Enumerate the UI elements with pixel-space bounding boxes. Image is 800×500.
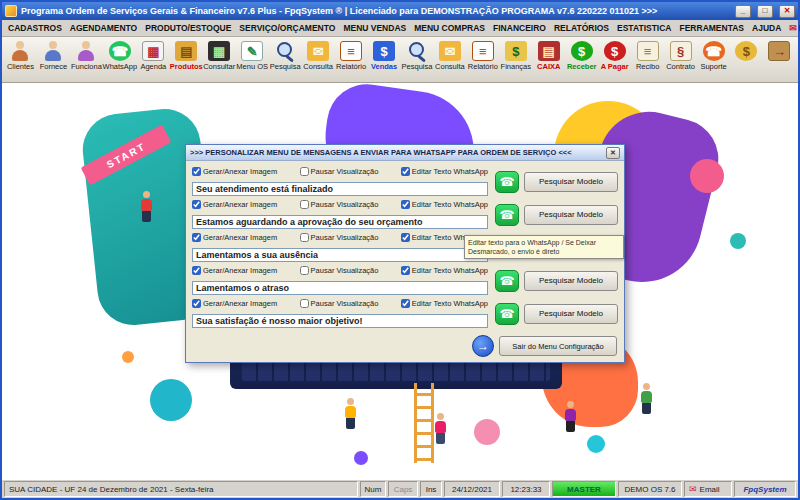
menu-item-menu-compras[interactable]: MENU COMPRAS	[410, 22, 489, 34]
exit-arrow-icon[interactable]: →	[472, 335, 494, 357]
search-model-button[interactable]: Pesquisar Modelo	[524, 304, 618, 324]
dialog-close-icon[interactable]: ✕	[606, 147, 620, 159]
edit-whatsapp-text-checkbox-input[interactable]	[401, 299, 410, 308]
toolbar-button-whatsapp[interactable]: ☎WhatsApp	[103, 39, 137, 81]
toolbar-button-pesquisa[interactable]: Pesquisa	[400, 39, 433, 81]
pause-preview-checkbox[interactable]: Pausar Visualização	[300, 200, 379, 209]
menu-item-financeiro[interactable]: FINANCEIRO	[489, 22, 550, 34]
menu-item-cadastros[interactable]: CADASTROS	[4, 22, 66, 34]
menu-item-ferramentas[interactable]: FERRAMENTAS	[676, 22, 749, 34]
menu-item-relatorios[interactable]: RELATÓRIOS	[550, 22, 613, 34]
message-input[interactable]	[192, 248, 488, 262]
toolbar-button-label: Recibo	[636, 62, 659, 71]
menu-item-produto-estoque[interactable]: PRODUTO/ESTOQUE	[141, 22, 235, 34]
whatsapp-icon[interactable]: ☎	[495, 270, 519, 292]
toolbar-button-consultar[interactable]: ▦Consultar	[203, 39, 236, 81]
message-input[interactable]	[192, 281, 488, 295]
edit-whatsapp-text-checkbox[interactable]: Editar Texto WhatsApp	[401, 167, 488, 176]
pause-preview-checkbox-input[interactable]	[300, 200, 309, 209]
menu-item-email[interactable]: ✉ E-MAIL	[785, 23, 800, 33]
pause-preview-checkbox[interactable]: Pausar Visualização	[300, 233, 379, 242]
pause-preview-checkbox[interactable]: Pausar Visualização	[300, 266, 379, 275]
pause-preview-checkbox-input[interactable]	[300, 233, 309, 242]
generate-image-checkbox-input[interactable]	[192, 167, 201, 176]
menu-item-servico-orcamento[interactable]: SERVIÇO/ORÇAMENTO	[235, 22, 339, 34]
toolbar-button-coins-icon[interactable]: $	[730, 39, 763, 81]
generate-image-checkbox[interactable]: Gerar/Anexar Imagem	[192, 266, 277, 275]
search-model-button[interactable]: Pesquisar Modelo	[524, 205, 618, 225]
toolbar-button-exit-icon[interactable]: →	[763, 39, 796, 81]
toolbar-button-fornece[interactable]: Fornece	[37, 39, 70, 81]
search-model-button[interactable]: Pesquisar Modelo	[524, 172, 618, 192]
toolbar-button-pesquisa[interactable]: Pesquisa	[269, 39, 302, 81]
generate-image-checkbox-input[interactable]	[192, 233, 201, 242]
menu-item-estatistica[interactable]: ESTATISTICA	[613, 22, 675, 34]
toolbar-button-financas[interactable]: $Finanças	[499, 39, 532, 81]
whatsapp-icon[interactable]: ☎	[495, 303, 519, 325]
menu-item-agendamento[interactable]: AGENDAMENTO	[66, 22, 141, 34]
message-input[interactable]	[192, 314, 488, 328]
close-button[interactable]: ✕	[779, 5, 795, 18]
app-icon	[5, 5, 17, 17]
toolbar-button-vendas[interactable]: $Vendas	[368, 39, 401, 81]
toolbar-button-receber[interactable]: $Receber	[565, 39, 598, 81]
menubar: CADASTROSAGENDAMENTOPRODUTO/ESTOQUESERVI…	[2, 20, 798, 37]
edit-whatsapp-text-checkbox-input[interactable]	[401, 200, 410, 209]
toolbar-button-clientes[interactable]: Clientes	[4, 39, 37, 81]
edit-whatsapp-text-checkbox-input[interactable]	[401, 233, 410, 242]
illustration-person	[638, 383, 654, 414]
exit-config-menu-button[interactable]: Sair do Menu Configuração	[499, 336, 617, 356]
cash-icon: ▤	[538, 41, 560, 61]
minimize-button[interactable]: _	[735, 5, 751, 18]
toolbar-button-suporte[interactable]: ☎Suporte	[697, 39, 730, 81]
edit-whatsapp-text-checkbox[interactable]: Editar Texto WhatsApp	[401, 299, 488, 308]
maximize-button[interactable]: □	[757, 5, 773, 18]
toolbar-button-caixa[interactable]: ▤CAIXA	[532, 39, 565, 81]
toolbar-button-a-pagar[interactable]: $A Pagar	[598, 39, 631, 81]
toolbar-button-relatorio[interactable]: ≡Relatório	[466, 39, 499, 81]
message-input[interactable]	[192, 182, 488, 196]
generate-image-checkbox-label: Gerar/Anexar Imagem	[203, 167, 277, 176]
pause-preview-checkbox-input[interactable]	[300, 167, 309, 176]
edit-whatsapp-text-checkbox[interactable]: Editar Texto WhatsApp	[401, 266, 488, 275]
menu-item-ajuda[interactable]: AJUDA	[748, 22, 785, 34]
illustration-teal-dot	[730, 233, 746, 249]
generate-image-checkbox[interactable]: Gerar/Anexar Imagem	[192, 299, 277, 308]
toolbar-button-relatorio[interactable]: ≡Relatório	[335, 39, 368, 81]
status-date: 24/12/2021	[444, 481, 500, 497]
generate-image-checkbox-input[interactable]	[192, 266, 201, 275]
toolbar-button-consulta[interactable]: ✉Consulta	[433, 39, 466, 81]
menu-item-menu-vendas[interactable]: MENU VENDAS	[339, 22, 410, 34]
toolbar-button-produtos[interactable]: ▤Produtos	[170, 39, 203, 81]
toolbar-button-recibo[interactable]: ≡Recibo	[631, 39, 664, 81]
pause-preview-checkbox[interactable]: Pausar Visualização	[300, 167, 379, 176]
edit-whatsapp-text-checkbox-input[interactable]	[401, 266, 410, 275]
toolbar-button-funciona[interactable]: Funciona	[70, 39, 103, 81]
status-email[interactable]: ✉ Email	[684, 481, 732, 497]
search-model-button[interactable]: Pesquisar Modelo	[524, 271, 618, 291]
message-input[interactable]	[192, 215, 488, 229]
whatsapp-messages-dialog: >>> PERSONALIZAR MENU DE MENSAGENS A ENV…	[185, 144, 625, 363]
generate-image-checkbox[interactable]: Gerar/Anexar Imagem	[192, 167, 277, 176]
toolbar-button-agenda[interactable]: ▦Agenda	[137, 39, 170, 81]
generate-image-checkbox-input[interactable]	[192, 200, 201, 209]
whatsapp-icon[interactable]: ☎	[495, 171, 519, 193]
toolbar-button-consulta[interactable]: ✉Consulta	[302, 39, 335, 81]
toolbar-button-contrato[interactable]: §Contrato	[664, 39, 697, 81]
message-row-left: Gerar/Anexar ImagemPausar VisualizaçãoEd…	[192, 231, 491, 264]
generate-image-checkbox[interactable]: Gerar/Anexar Imagem	[192, 200, 277, 209]
pause-preview-checkbox-input[interactable]	[300, 299, 309, 308]
pause-preview-checkbox[interactable]: Pausar Visualização	[300, 299, 379, 308]
toolbar-button-menu-os[interactable]: ✎Menu OS	[236, 39, 269, 81]
menu-items: CADASTROSAGENDAMENTOPRODUTO/ESTOQUESERVI…	[4, 22, 785, 34]
edit-whatsapp-text-checkbox-input[interactable]	[401, 167, 410, 176]
illustration-teal-circle-small	[150, 379, 192, 421]
illustration-cyan-dot	[587, 435, 605, 453]
message-row-left: Gerar/Anexar ImagemPausar VisualizaçãoEd…	[192, 297, 491, 330]
pause-preview-checkbox-input[interactable]	[300, 266, 309, 275]
generate-image-checkbox[interactable]: Gerar/Anexar Imagem	[192, 233, 277, 242]
whatsapp-icon[interactable]: ☎	[495, 204, 519, 226]
edit-whatsapp-text-checkbox[interactable]: Editar Texto WhatsApp	[401, 200, 488, 209]
generate-image-checkbox-input[interactable]	[192, 299, 201, 308]
dialog-title-bar[interactable]: >>> PERSONALIZAR MENU DE MENSAGENS A ENV…	[186, 145, 624, 161]
